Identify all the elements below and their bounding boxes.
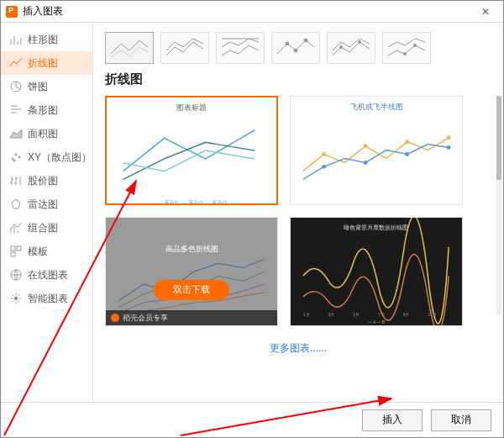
template-icon <box>9 245 23 258</box>
svg-rect-26 <box>291 218 462 326</box>
pie-chart-icon <box>9 80 23 93</box>
template-dark-line[interactable]: 暗色背景月度数据折线图 1月3月5月 7月9月11月 — A — B <box>290 217 463 326</box>
sidebar-item-pie[interactable]: 饼图 <box>1 75 92 98</box>
more-charts-link[interactable]: 更多图表...... <box>105 341 491 356</box>
sidebar-item-bar[interactable]: 条形图 <box>1 98 92 122</box>
subtype-line-percent-markers[interactable] <box>382 32 431 64</box>
download-button[interactable]: 双击下载 <box>154 280 229 300</box>
cancel-button[interactable]: 取消 <box>431 409 491 431</box>
dialog-footer: 插入 取消 <box>1 402 503 437</box>
chart-category-sidebar: 柱形图 折线图 饼图 条形图 面积图 XY（散点图） 股价图 雷达图 组合图 模… <box>1 23 93 402</box>
member-dot-icon <box>111 314 119 322</box>
svg-text:1月: 1月 <box>303 313 310 317</box>
template-marker-line[interactable]: 飞机或飞半线图 <box>290 96 463 205</box>
sidebar-item-template[interactable]: 模板 <box>1 240 92 263</box>
svg-rect-6 <box>17 246 21 251</box>
insert-button[interactable]: 插入 <box>362 409 423 431</box>
svg-point-10 <box>286 42 289 45</box>
combo-chart-icon <box>9 221 23 235</box>
svg-point-12 <box>304 39 307 42</box>
line-chart-icon <box>9 56 23 70</box>
sidebar-item-online[interactable]: 在线图表 <box>1 263 92 287</box>
svg-text:11月: 11月 <box>428 313 437 317</box>
svg-text:7月: 7月 <box>378 313 385 317</box>
svg-point-1 <box>12 158 13 160</box>
svg-text:3月: 3月 <box>328 313 335 317</box>
scatter-chart-icon <box>9 150 23 164</box>
svg-point-17 <box>322 152 326 156</box>
app-logo-icon <box>6 6 18 18</box>
main-panel: 折线图 图表标题 — 系列1 — 系列2 — 系列3 飞机或飞半线图 <box>93 23 503 402</box>
line-subtype-row <box>105 29 491 66</box>
dialog-title: 插入图表 <box>23 4 63 18</box>
chart-preview-icon <box>107 113 276 196</box>
svg-point-20 <box>447 135 451 140</box>
svg-rect-7 <box>11 252 15 256</box>
svg-point-22 <box>364 161 368 165</box>
svg-text:5月: 5月 <box>353 313 360 317</box>
subtype-line-markers[interactable] <box>271 32 320 64</box>
sidebar-item-radar[interactable]: 雷达图 <box>1 193 92 216</box>
titlebar: 插入图表 ✕ <box>1 1 503 23</box>
template-grid: 图表标题 — 系列1 — 系列2 — 系列3 飞机或飞半线图 <box>105 96 491 326</box>
svg-point-16 <box>414 45 417 47</box>
sidebar-item-column[interactable]: 柱形图 <box>1 28 92 51</box>
download-overlay: 商品多色折线图 双击下载 <box>106 218 277 325</box>
subtype-line-stacked-markers[interactable] <box>327 32 375 64</box>
chart-preview-icon: 暗色背景月度数据折线图 1月3月5月 7月9月11月 — A — B <box>291 218 462 326</box>
svg-point-23 <box>405 152 409 156</box>
sidebar-item-stock[interactable]: 股价图 <box>1 169 92 193</box>
svg-text:— A — B: — A — B <box>368 320 386 325</box>
close-button[interactable]: ✕ <box>473 6 498 18</box>
sidebar-item-smart[interactable]: 智能图表 <box>1 287 92 310</box>
svg-point-11 <box>294 49 297 52</box>
bar-chart-icon <box>9 103 23 117</box>
chart-preview-icon <box>291 113 462 204</box>
svg-rect-5 <box>11 246 15 251</box>
svg-point-21 <box>322 165 326 169</box>
svg-point-3 <box>18 156 20 158</box>
online-chart-icon <box>9 268 23 282</box>
svg-point-19 <box>405 140 409 144</box>
sidebar-item-combo[interactable]: 组合图 <box>1 216 92 240</box>
insert-chart-dialog: 插入图表 ✕ 柱形图 折线图 饼图 条形图 面积图 XY（散点图） 股价图 雷达… <box>0 0 504 438</box>
scrollbar[interactable] <box>496 96 501 314</box>
subtype-line-percent[interactable] <box>216 32 265 64</box>
sidebar-item-line[interactable]: 折线图 <box>1 51 92 75</box>
svg-point-2 <box>15 154 17 156</box>
svg-point-4 <box>13 160 15 161</box>
svg-text:9月: 9月 <box>403 313 410 317</box>
svg-point-9 <box>14 297 18 300</box>
subtype-line-basic[interactable] <box>105 32 154 64</box>
smart-chart-icon <box>9 292 23 305</box>
column-chart-icon <box>9 33 23 46</box>
member-badge: 稻壳会员专享 <box>106 310 277 325</box>
svg-point-24 <box>447 145 451 150</box>
sidebar-item-area[interactable]: 面积图 <box>1 122 92 145</box>
section-heading: 折线图 <box>105 71 491 87</box>
scrollbar-thumb[interactable] <box>496 96 501 180</box>
stock-chart-icon <box>9 174 23 187</box>
svg-point-13 <box>340 46 343 49</box>
radar-chart-icon <box>9 198 23 211</box>
svg-point-15 <box>404 53 407 55</box>
sidebar-item-scatter[interactable]: XY（散点图） <box>1 145 92 169</box>
template-basic-line[interactable]: 图表标题 — 系列1 — 系列2 — 系列3 <box>105 96 278 205</box>
svg-point-18 <box>364 144 368 148</box>
template-multicolor-line[interactable]: 商品多色折线图 双击下载 稻壳会员专享 <box>105 217 278 326</box>
svg-text:暗色背景月度数据折线图: 暗色背景月度数据折线图 <box>344 224 408 231</box>
svg-point-14 <box>359 41 361 44</box>
subtype-line-stacked[interactable] <box>160 32 209 64</box>
area-chart-icon <box>9 127 23 140</box>
